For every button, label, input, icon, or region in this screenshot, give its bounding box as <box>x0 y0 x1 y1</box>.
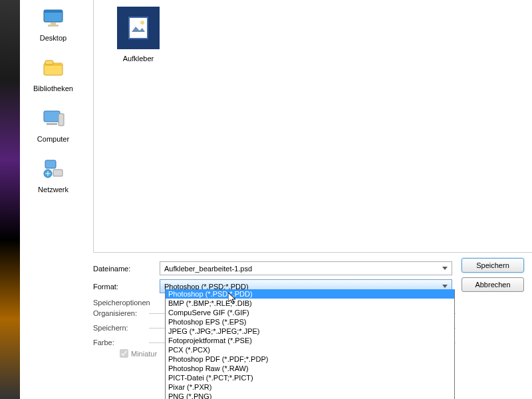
format-option[interactable]: PNG (*.PNG) <box>166 392 454 399</box>
svg-rect-3 <box>48 25 59 27</box>
organize-label: Organisieren: <box>93 309 146 317</box>
sidebar-item-desktop[interactable]: Desktop <box>20 3 86 42</box>
svg-rect-2 <box>51 23 56 25</box>
libraries-icon <box>39 54 68 83</box>
save-section-label: Speichern: <box>93 324 146 332</box>
format-option[interactable]: JPEG (*.JPG;*.JPEG;*.JPE) <box>166 327 454 336</box>
format-option[interactable]: CompuServe GIF (*.GIF) <box>166 308 454 317</box>
svg-rect-8 <box>47 123 57 125</box>
svg-rect-13 <box>129 17 148 39</box>
file-item-aufkleber[interactable]: Aufkleber <box>117 7 160 63</box>
sidebar-item-computer[interactable]: Computer <box>20 104 86 143</box>
save-dialog: Desktop Bibliotheken Computer Netzwerk <box>20 0 532 399</box>
parent-app-strip <box>0 0 20 399</box>
filename-combo[interactable]: Aufkleber_bearbeitet-1.psd <box>160 261 452 275</box>
format-option[interactable]: Photoshop Raw (*.RAW) <box>166 364 454 373</box>
sidebar-item-network[interactable]: Netzwerk <box>20 155 86 194</box>
sidebar-label-computer: Computer <box>37 135 69 143</box>
dropdown-arrow-icon[interactable] <box>440 263 450 273</box>
format-option[interactable]: Photoshop EPS (*.EPS) <box>166 317 454 327</box>
computer-icon <box>39 104 68 134</box>
sidebar-label-network: Netzwerk <box>38 186 68 194</box>
file-label: Aufkleber <box>123 55 154 63</box>
format-option[interactable]: Photoshop PDF (*.PDF;*.PDP) <box>166 354 454 364</box>
file-browser[interactable]: Aufkleber <box>93 0 532 253</box>
thumbnail-label: Miniatur <box>131 350 157 358</box>
svg-rect-6 <box>45 61 53 65</box>
svg-rect-11 <box>53 170 63 176</box>
color-label: Farbe: <box>93 338 146 346</box>
svg-rect-1 <box>44 10 63 13</box>
format-option[interactable]: Fotoprojektformat (*.PSE) <box>166 336 454 345</box>
format-option[interactable]: Photoshop (*.PSD;*.PDD) <box>166 289 454 299</box>
format-label: Format: <box>93 283 160 291</box>
svg-rect-7 <box>44 111 60 122</box>
network-icon <box>39 155 68 184</box>
format-dropdown-list[interactable]: Photoshop (*.PSD;*.PDD)BMP (*.BMP;*.RLE;… <box>165 289 455 399</box>
desktop-icon <box>39 3 68 33</box>
filename-label: Dateiname: <box>93 265 160 273</box>
format-option[interactable]: PICT-Datei (*.PCT;*.PICT) <box>166 373 454 382</box>
sidebar-label-libraries: Bibliotheken <box>33 84 73 92</box>
dialog-buttons: Speichern Abbrechen <box>462 258 524 292</box>
svg-point-14 <box>140 21 144 25</box>
cancel-button[interactable]: Abbrechen <box>462 277 524 292</box>
filename-value: Aufkleber_bearbeitet-1.psd <box>164 265 252 273</box>
file-thumb-icon <box>117 7 160 49</box>
format-option[interactable]: Pixar (*.PXR) <box>166 382 454 392</box>
sidebar-item-libraries[interactable]: Bibliotheken <box>20 54 86 92</box>
format-option[interactable]: BMP (*.BMP;*.RLE;*.DIB) <box>166 299 454 308</box>
svg-rect-9 <box>59 114 64 126</box>
format-option[interactable]: PCX (*.PCX) <box>166 345 454 354</box>
svg-rect-10 <box>45 160 56 168</box>
save-button[interactable]: Speichern <box>462 258 524 273</box>
sidebar-label-desktop: Desktop <box>40 34 66 42</box>
thumbnail-checkbox[interactable] <box>120 349 128 358</box>
